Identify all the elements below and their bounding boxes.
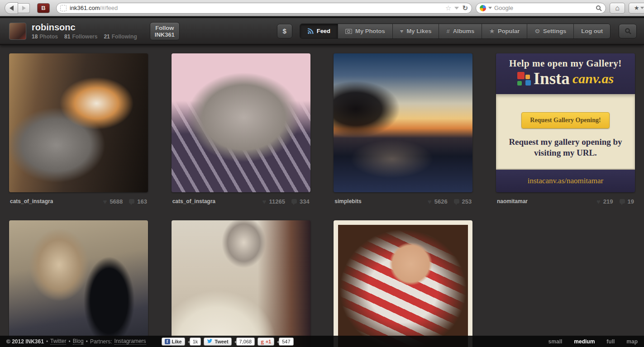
comments-count: 163: [137, 198, 147, 205]
blog-link[interactable]: Blog: [73, 338, 84, 345]
tab-feed[interactable]: Feed: [300, 24, 338, 38]
google-plusone-button[interactable]: g +1: [258, 337, 274, 346]
instacanvas-card[interactable]: Help me open my Gallery! Insta canv.as R…: [496, 53, 635, 192]
tab-log-out[interactable]: Log out: [574, 24, 610, 38]
photo-stats: ♥ 11265 334: [262, 198, 310, 205]
comments-count: 19: [628, 198, 634, 205]
instacanvas-logo-icon: [517, 72, 531, 86]
follow-ink361-button[interactable]: Follow INK361: [150, 22, 180, 40]
feed-photo-sunset[interactable]: [334, 53, 472, 192]
reload-icon[interactable]: ↻: [462, 4, 468, 12]
comments-count: 334: [300, 198, 310, 205]
photo-username[interactable]: cats_of_instagra: [172, 198, 215, 204]
photo-caption: cats_of_instagra ♥ 11265 334: [172, 197, 310, 206]
header-search-button[interactable]: [619, 24, 637, 38]
likes-count: 11265: [269, 198, 285, 205]
likes-icon: ♥: [103, 198, 107, 205]
search-bar[interactable]: [476, 3, 606, 14]
url-bar[interactable]: ink361.com/#/feed ☆ ↻: [56, 3, 472, 14]
photo-caption: naomitamar ♥ 219 19: [497, 197, 634, 206]
footer-links: © 2012 INK361 • Twitter • Blog • Partner…: [6, 338, 146, 345]
forward-icon: [22, 6, 26, 10]
instacanvas-url-link[interactable]: instacanv.as/naomitamar: [528, 176, 603, 185]
photo-tile: simplebits ♥ 5626 253: [334, 53, 472, 220]
page-title-username: robinsonc: [32, 23, 137, 32]
main-nav-tabs: Feed My Photos ♥ My Likes # Albums ★ Pop…: [300, 24, 611, 39]
instagramers-link[interactable]: Instagramers: [114, 338, 146, 345]
tweet-button[interactable]: Tweet: [204, 337, 231, 346]
feed-photo-baby[interactable]: [334, 220, 472, 347]
tab-settings[interactable]: ⚙ Settings: [527, 24, 574, 38]
twitter-bird-icon: [207, 339, 213, 344]
bookmarks-button[interactable]: ★: [629, 3, 644, 14]
avatar[interactable]: [9, 23, 26, 40]
rss-icon: [307, 28, 314, 34]
stat-following: 21Following: [104, 33, 137, 40]
favicon-placeholder-icon: [60, 5, 67, 11]
url-dropdown-icon[interactable]: [454, 7, 459, 10]
back-button[interactable]: [5, 2, 18, 14]
likes-count: 219: [603, 198, 613, 205]
photo-username[interactable]: cats_of_instagra: [10, 198, 53, 204]
extension-b-button[interactable]: B: [37, 3, 50, 13]
instacanvas-headline: Help me open my Gallery!: [496, 58, 635, 69]
size-option-medium[interactable]: medium: [574, 338, 595, 345]
tab-albums[interactable]: # Albums: [439, 24, 482, 38]
home-button[interactable]: ⌂: [610, 3, 625, 14]
instacanvas-body: Request Gallery Opening! Request my gall…: [496, 94, 635, 169]
likes-count: 5626: [434, 198, 448, 205]
photo-username[interactable]: naomitamar: [497, 198, 528, 204]
social-buttons: f Like 1k Tweet 7,068 g +1 547: [162, 337, 294, 346]
tab-my-photos[interactable]: My Photos: [338, 24, 393, 38]
likes-icon: ♥: [262, 198, 267, 205]
search-magnifier-icon[interactable]: [596, 5, 602, 11]
tab-popular[interactable]: ★ Popular: [482, 24, 527, 38]
feed-photo-selfie[interactable]: [9, 220, 148, 347]
stat-followers: 81Followers: [64, 33, 97, 40]
search-input[interactable]: [494, 5, 593, 11]
photo-username[interactable]: simplebits: [334, 198, 361, 204]
photo-stats: ♥ 5688 163: [103, 198, 147, 205]
google-logo-icon: [480, 5, 486, 11]
back-icon: [10, 5, 14, 11]
instacanvas-brand: Insta canv.as: [496, 71, 635, 86]
user-stats: 18Photos 81Followers 21Following: [32, 33, 137, 40]
likes-icon: ♥: [596, 198, 601, 205]
like-count: 1k: [190, 337, 201, 346]
size-option-full[interactable]: full: [606, 338, 615, 345]
browser-toolbar: B ink361.com/#/feed ☆ ↻ ⌂ ★: [0, 0, 644, 16]
photo-tile: cats_of_instagra ♥ 5688 163: [9, 53, 148, 220]
request-gallery-button[interactable]: Request Gallery Opening!: [521, 112, 609, 128]
bookmark-star-icon[interactable]: ☆: [445, 4, 451, 12]
feed-photo-cats[interactable]: [9, 53, 148, 192]
facebook-like-button[interactable]: f Like: [162, 337, 185, 346]
size-option-small[interactable]: small: [549, 338, 563, 345]
comments-icon: [620, 199, 625, 204]
feed-photo-kitten[interactable]: [172, 53, 310, 192]
hash-icon: #: [446, 28, 449, 34]
photo-tile: Help me open my Gallery! Insta canv.as R…: [496, 53, 635, 220]
forward-button[interactable]: [18, 3, 30, 13]
dollar-button[interactable]: $: [277, 24, 292, 38]
nav-buttons: [5, 2, 30, 14]
tab-my-likes[interactable]: ♥ My Likes: [393, 24, 439, 38]
instacanvas-header: Help me open my Gallery! Insta canv.as: [496, 53, 635, 94]
twitter-link[interactable]: Twitter: [50, 338, 66, 345]
feed-photo-woman-cat[interactable]: [172, 220, 310, 347]
footer-bar: © 2012 INK361 • Twitter • Blog • Partner…: [0, 336, 644, 347]
photo-grid: cats_of_instagra ♥ 5688 163 cats_of_inst…: [9, 53, 635, 347]
url-text[interactable]: ink361.com/#/feed: [70, 5, 442, 11]
copyright-text: © 2012 INK361: [6, 338, 44, 345]
photo-tile: cats_of_instagra ♥ 11265 334: [172, 53, 310, 220]
user-block: robinsonc 18Photos 81Followers 21Followi…: [32, 23, 137, 40]
facebook-icon: f: [165, 339, 170, 344]
photo-stats: ♥ 5626 253: [428, 198, 472, 205]
likes-icon: ♥: [428, 198, 432, 205]
camera-icon: [345, 29, 352, 34]
heart-icon: ♥: [400, 28, 404, 34]
instacanvas-footer: instacanv.as/naomitamar: [496, 169, 635, 192]
feed-content: cats_of_instagra ♥ 5688 163 cats_of_inst…: [0, 45, 644, 347]
search-engine-dropdown-icon[interactable]: [488, 7, 492, 9]
size-option-map[interactable]: map: [626, 338, 638, 345]
photo-caption: simplebits ♥ 5626 253: [334, 197, 472, 206]
